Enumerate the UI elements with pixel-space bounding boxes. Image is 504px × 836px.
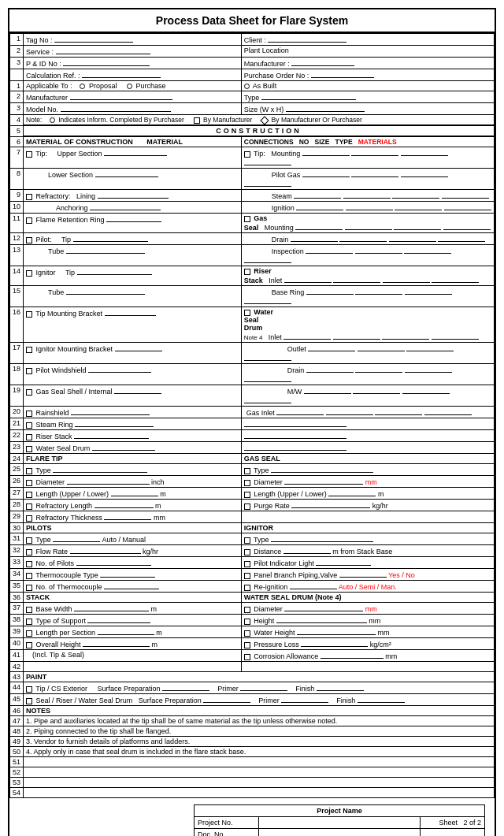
proposal-radio[interactable]	[80, 84, 85, 89]
thermo-type-checkbox[interactable]	[26, 573, 32, 579]
pressure-loss-checkbox[interactable]	[244, 642, 250, 648]
no-thermo-checkbox[interactable]	[26, 585, 32, 591]
pilot-ws-checkbox[interactable]	[26, 368, 32, 374]
ignition-conn: Ignition	[241, 202, 494, 214]
manufacturer-label: Manufacturer :	[244, 60, 290, 68]
pilot-indicator-checkbox[interactable]	[244, 561, 250, 567]
riser-stack-mat-checkbox[interactable]	[26, 434, 32, 440]
row-num: 35	[10, 581, 24, 593]
gs-diam-checkbox[interactable]	[244, 480, 250, 486]
gs-length-checkbox[interactable]	[244, 492, 250, 498]
row-num: 47	[10, 716, 24, 726]
wsd-mat-checkbox[interactable]	[26, 446, 32, 452]
doc-no-text: Doc. No.	[198, 830, 225, 836]
row-num: 13	[10, 245, 24, 266]
rainshield-label: Rainshield	[36, 409, 69, 417]
ign-type-checkbox[interactable]	[244, 537, 250, 544]
note-1-text: 1. Pipe and auxiliaries located at the t…	[26, 717, 337, 725]
riser-stack-checkbox[interactable]	[244, 269, 250, 275]
tip-checkbox[interactable]	[26, 151, 32, 158]
ft-rl-checkbox[interactable]	[26, 503, 32, 510]
gs-purge-checkbox[interactable]	[244, 503, 250, 510]
row-num: 31	[10, 533, 24, 545]
ft-rt-checkbox[interactable]	[26, 515, 32, 522]
flow-rate-field: Flow Rate kg/hr	[24, 545, 242, 557]
row-num: 3	[10, 103, 24, 115]
client-field: Client :	[241, 34, 494, 46]
no-pilots-checkbox[interactable]	[26, 561, 32, 567]
project-no-value[interactable]	[259, 817, 421, 829]
yes-no-label: Yes / No	[388, 571, 415, 579]
flow-rate-checkbox[interactable]	[26, 549, 32, 555]
water-height-unit: mm	[378, 629, 390, 637]
paint-seal-label: Seal / Riser / Water Seal Drum	[36, 697, 133, 704]
pilots-type-checkbox[interactable]	[26, 537, 32, 544]
row-num: 54	[10, 788, 24, 798]
tip-mb-checkbox[interactable]	[26, 311, 32, 318]
panel-branch-checkbox[interactable]	[244, 573, 250, 579]
ignitor-checkbox[interactable]	[26, 270, 32, 277]
type-support-checkbox[interactable]	[26, 619, 32, 625]
doc-no-value[interactable]	[259, 829, 421, 837]
row-num: 10	[10, 202, 24, 214]
ignitor-mb-label: Ignitor Mounting Bracket	[36, 345, 113, 353]
base-width-checkbox[interactable]	[26, 607, 32, 613]
paint-tip-checkbox[interactable]	[26, 686, 32, 693]
refractory-checkbox[interactable]	[26, 194, 32, 200]
wsd-header: WATER SEAL DRUM (Note 4)	[241, 593, 494, 603]
ignitor-mb-checkbox[interactable]	[26, 347, 32, 353]
note-manufacturer-check	[194, 117, 200, 124]
re-ign-checkbox[interactable]	[244, 585, 250, 591]
paint-tip-finish-label: Finish	[295, 685, 314, 693]
project-name-label: Project Name	[317, 807, 362, 815]
thermo-type-field: Thermocouple Type	[24, 569, 242, 581]
steam-ring-checkbox[interactable]	[26, 422, 32, 429]
model-no-label: Model No.	[26, 106, 58, 113]
row-num: 39	[10, 626, 24, 638]
distance-unit: m from Stack Base	[332, 548, 392, 555]
ft-length-checkbox[interactable]	[26, 492, 32, 498]
wsd-checkbox[interactable]	[244, 310, 250, 316]
empty-42r	[241, 662, 494, 672]
purchase-radio[interactable]	[127, 84, 132, 89]
gas-seal-shell-checkbox[interactable]	[26, 389, 32, 396]
pilot-checkbox[interactable]	[26, 237, 32, 243]
type-label: Type	[244, 94, 260, 102]
water-seal-drum-field: Water Seal Drum	[24, 442, 242, 454]
note-both-diamond	[261, 116, 269, 124]
wsd-drain-label: Drain	[244, 366, 305, 374]
ft-diam-checkbox[interactable]	[26, 480, 32, 486]
riser-stack-mat-label: Riser Stack	[36, 433, 72, 440]
ft-diam-unit: inch	[151, 478, 165, 486]
wsd-height-checkbox[interactable]	[244, 619, 250, 625]
length-section-checkbox[interactable]	[26, 630, 32, 637]
row-num: 6	[10, 136, 24, 147]
corrosion-checkbox[interactable]	[244, 654, 250, 660]
rainshield-checkbox[interactable]	[26, 411, 32, 417]
row-num: 48	[10, 726, 24, 737]
row-num: 3	[10, 58, 24, 69]
flame-checkbox[interactable]	[26, 217, 32, 224]
base-width-unit: m	[151, 605, 158, 613]
row-num: 26	[10, 476, 24, 488]
wsd-mw-label: M/W	[244, 388, 302, 396]
flow-rate-label: Flow Rate	[36, 548, 69, 555]
gs-type-checkbox[interactable]	[244, 468, 250, 474]
water-height-checkbox[interactable]	[244, 630, 250, 637]
re-ign-label: Re-ignition	[254, 583, 287, 591]
pressure-loss-label: Pressure Loss	[254, 641, 299, 648]
row-num: 32	[10, 545, 24, 557]
paint-seal-checkbox[interactable]	[26, 698, 32, 704]
paint-tip-label: Tip / CS Exterior	[35, 685, 87, 693]
paint-seal-prep-label: Surface Preparation	[139, 697, 202, 704]
tip-conn-checkbox[interactable]	[244, 151, 250, 158]
gas-seal-checkbox[interactable]	[244, 216, 250, 222]
wsd-diam-checkbox[interactable]	[244, 607, 250, 613]
distance-checkbox[interactable]	[244, 549, 250, 555]
ft-type-checkbox[interactable]	[26, 468, 32, 474]
ft-refract-thickness-field: Refractory Thickness mm	[24, 511, 242, 523]
row-num: 20	[10, 407, 24, 418]
as-built-radio[interactable]	[244, 84, 250, 89]
overall-height-checkbox[interactable]	[26, 642, 32, 648]
sheet-cell: Sheet 2 of 2	[421, 817, 485, 829]
